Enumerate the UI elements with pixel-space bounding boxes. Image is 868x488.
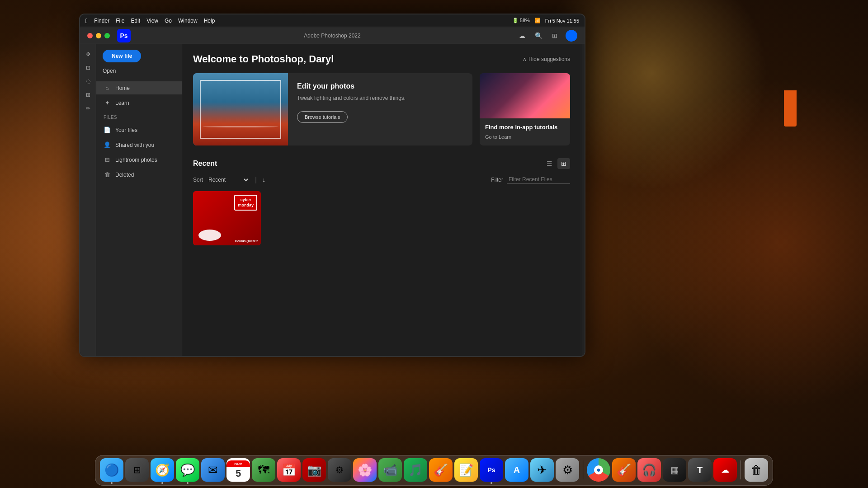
recent-file-thumbnail: cybermonday Oculus Quest 2 — [193, 191, 261, 245]
dock-icon-photos[interactable]: 🌸 — [353, 458, 377, 482]
eyedropper-tool[interactable]: ✏ — [82, 102, 94, 115]
sidebar-item-shared[interactable]: 👤 Shared with you — [96, 138, 182, 151]
lightroom-label: Lightroom photos — [115, 157, 157, 163]
sidebar-item-home[interactable]: ⌂ Home — [96, 81, 182, 94]
crop-tool[interactable]: ⊞ — [82, 89, 94, 101]
shared-icon: 👤 — [104, 141, 111, 148]
dock-icon-notes[interactable]: 📝 — [454, 458, 478, 482]
finder-running-dot — [111, 482, 113, 484]
menubar-window[interactable]: Window — [178, 18, 198, 24]
menubar-help[interactable]: Help — [204, 18, 215, 24]
sort-label: Sort — [193, 177, 203, 183]
oculus-shape — [198, 230, 221, 241]
sort-direction-button[interactable]: ↓ — [262, 176, 265, 183]
menubar-edit[interactable]: Edit — [131, 18, 140, 24]
open-link[interactable]: Open — [103, 68, 175, 74]
lightroom-icon: ⊟ — [104, 156, 111, 163]
ps-titlebar: Ps Adobe Photoshop 2022 ☁ 🔍 ⊞ — [80, 27, 585, 44]
new-file-button[interactable]: New file — [103, 50, 141, 62]
hide-suggestions-button[interactable]: ∧ Hide suggestions — [523, 56, 570, 62]
dock-icon-testflight[interactable]: ✈ — [530, 458, 554, 482]
dock-icon-garageband[interactable]: 🎸 — [612, 458, 636, 482]
dock-icon-photoshop[interactable]: Ps — [480, 458, 503, 482]
dock-icon-screensnap[interactable]: ▦ — [663, 458, 686, 482]
maximize-button[interactable] — [104, 33, 110, 38]
dock-icon-fantastical[interactable]: 📅 — [277, 458, 301, 482]
move-tool[interactable]: ✥ — [82, 48, 94, 61]
ps-main-content: Welcome to Photoshop, Daryl ∧ Hide sugge… — [182, 44, 581, 356]
dock-icon-compressor[interactable]: ⚙ — [328, 458, 351, 482]
small-card-title: Find more in-app tutorials — [485, 124, 565, 131]
your-files-icon: 📄 — [104, 127, 111, 133]
dock-icon-codeshot[interactable]: 📷 — [302, 458, 326, 482]
sort-dropdown[interactable]: Recent Name Date Modified — [207, 176, 250, 183]
menubar-file[interactable]: File — [116, 18, 124, 24]
garageband-icon: 🎸 — [617, 463, 631, 477]
dock-icon-creative-cloud[interactable]: ☁ — [713, 458, 737, 482]
ps-scrollbar[interactable] — [581, 44, 585, 356]
dock-icon-mail[interactable]: ✉ — [201, 458, 225, 482]
user-avatar[interactable] — [566, 30, 577, 42]
close-button[interactable] — [87, 33, 93, 38]
dock-icon-appstore[interactable]: A — [505, 458, 528, 482]
dock-icon-trash[interactable]: 🗑 — [745, 458, 768, 482]
dock-icon-facetime[interactable]: 📹 — [378, 458, 402, 482]
sidebar-home-label: Home — [115, 85, 130, 91]
ps-body: ✥ ⊡ ◌ ⊞ ✏ New file Open ⌂ Home ✦ Learn F… — [80, 44, 585, 356]
datetime-display: Fri 5 Nov 11:55 — [545, 18, 579, 23]
plugins-icon[interactable]: ⊞ — [549, 30, 560, 41]
dock-icon-maps[interactable]: 🗺 — [252, 458, 275, 482]
dock-icon-finder[interactable]: 🔵 — [100, 458, 123, 482]
go-to-learn-link[interactable]: Go to Learn — [485, 134, 565, 140]
apple-menu[interactable]:  — [85, 17, 88, 24]
dock-icon-safari[interactable]: 🧭 — [151, 458, 174, 482]
dock-icon-chrome[interactable]: ● — [587, 458, 610, 482]
wifi-indicator: 📶 — [534, 18, 541, 23]
menubar-go[interactable]: Go — [165, 18, 172, 24]
dock-icon-spotify[interactable]: 🎵 — [404, 458, 427, 482]
list-view-button[interactable]: ☰ — [543, 158, 556, 169]
menubar-finder[interactable]: Finder — [94, 18, 109, 24]
suggestion-title: Edit your photos — [297, 82, 463, 90]
browse-tutorials-button[interactable]: Browse tutorials — [297, 111, 348, 123]
suggestion-content: Edit your photos Tweak lighting and colo… — [288, 73, 472, 145]
grid-view-button[interactable]: ⊞ — [557, 158, 570, 169]
dock-icon-headphones[interactable]: 🎧 — [637, 458, 661, 482]
dock-icon-launchpad[interactable]: ⊞ — [125, 458, 149, 482]
decorative-tab — [784, 90, 797, 127]
testflight-icon: ✈ — [537, 463, 547, 477]
suggestion-card-inner: Edit your photos Tweak lighting and colo… — [193, 73, 472, 145]
dock-icon-syspref[interactable]: ⚙ — [556, 458, 579, 482]
ps-left-toolbar: ✥ ⊡ ◌ ⊞ ✏ — [80, 44, 96, 356]
ps-header-actions: ☁ 🔍 ⊞ — [517, 30, 577, 42]
recent-file-item[interactable]: cybermonday Oculus Quest 2 — [193, 191, 261, 245]
ps-window-title: Adobe Photoshop 2022 — [304, 33, 360, 39]
cloud-icon[interactable]: ☁ — [517, 30, 528, 41]
deleted-icon: 🗑 — [104, 171, 111, 178]
capo-icon: 🎸 — [434, 463, 448, 477]
sidebar-item-lightroom[interactable]: ⊟ Lightroom photos — [96, 153, 182, 166]
dock-separator — [583, 460, 583, 479]
dock-icon-capo[interactable]: 🎸 — [429, 458, 453, 482]
cyber-monday-text: cybermonday — [238, 197, 254, 208]
select-tool[interactable]: ⊡ — [82, 61, 94, 74]
search-icon[interactable]: 🔍 — [533, 30, 544, 41]
photos-icon: 🌸 — [358, 463, 372, 477]
filter-input[interactable] — [507, 175, 570, 184]
flamingo-photo-sim — [480, 73, 570, 118]
dock-icon-suitcase[interactable]: T — [688, 458, 712, 482]
messages-running-dot — [187, 482, 189, 484]
photoshop-running-dot — [491, 482, 492, 484]
menubar-view[interactable]: View — [146, 18, 158, 24]
your-files-label: Your files — [115, 127, 137, 133]
launchpad-icon: ⊞ — [133, 465, 141, 475]
sidebar-item-learn[interactable]: ✦ Learn — [96, 96, 182, 109]
minimize-button[interactable] — [96, 33, 101, 38]
home-icon: ⌂ — [104, 84, 111, 91]
lasso-tool[interactable]: ◌ — [82, 75, 94, 88]
sidebar-item-your-files[interactable]: 📄 Your files — [96, 123, 182, 136]
sidebar-item-deleted[interactable]: 🗑 Deleted — [96, 168, 182, 181]
dock-icon-messages[interactable]: 💬 — [176, 458, 199, 482]
photoshop-dock-icon: Ps — [487, 466, 495, 474]
dock-icon-calendar[interactable]: NOV 5 — [226, 458, 250, 482]
